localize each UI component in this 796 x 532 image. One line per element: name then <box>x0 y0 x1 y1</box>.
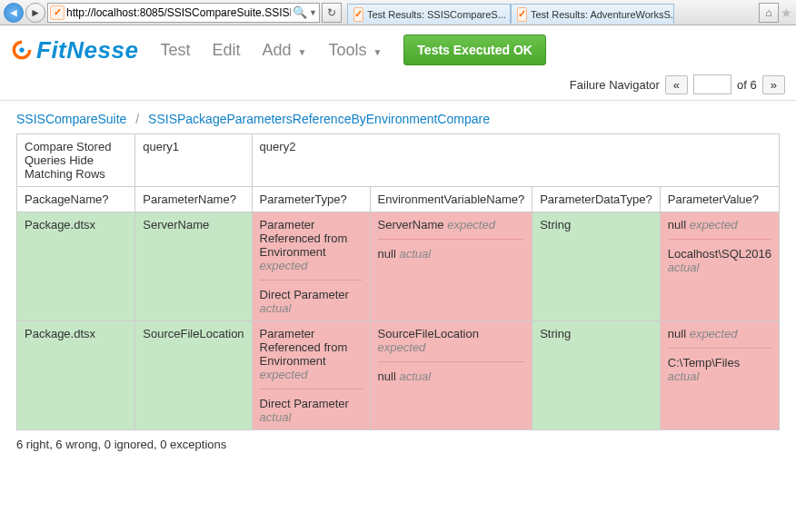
expected-value: null <box>668 327 686 340</box>
cell-data-type: String <box>532 321 661 430</box>
cell-parameter-value: null expected Localhost\SQL2016 actual <box>660 212 779 321</box>
actual-value: null <box>378 247 396 261</box>
diff-separator <box>668 348 771 349</box>
diff-separator <box>668 239 771 240</box>
cell-parameter-type: Parameter Referenced from Environment ex… <box>252 212 370 321</box>
back-button[interactable]: ◄ <box>4 3 24 23</box>
result-summary: 6 right, 6 wrong, 0 ignored, 0 exception… <box>0 434 796 460</box>
header-row: PackageName? ParameterName? ParameterTyp… <box>17 187 780 212</box>
diff-separator <box>260 280 363 281</box>
expected-value: null <box>668 218 686 232</box>
nav-edit[interactable]: Edit <box>212 41 240 60</box>
forward-button[interactable]: ► <box>25 3 45 23</box>
col-header: ParameterType? <box>252 187 370 212</box>
home-button[interactable]: ⌂ <box>759 3 779 23</box>
actual-value: null <box>378 369 396 383</box>
actual-hint: actual <box>399 247 431 261</box>
search-icon[interactable]: 🔍 <box>293 5 307 19</box>
failure-prev-button[interactable]: « <box>665 75 688 94</box>
nav-add-label: Add <box>262 41 291 59</box>
fitnesse-logo[interactable]: FitNesse <box>9 36 138 64</box>
diff-separator <box>378 239 525 240</box>
cell-env-var: ServerName expected null actual <box>370 212 532 321</box>
col-header: EnvironmentVariableName? <box>370 187 532 212</box>
diff-separator <box>378 361 525 362</box>
cell-parameter-value: null expected C:\Temp\Files actual <box>660 321 779 430</box>
actual-hint: actual <box>260 410 363 424</box>
breadcrumb-root-link[interactable]: SSISCompareSuite <box>16 112 126 126</box>
cell-parameter-name: SourceFileLocation <box>135 321 252 430</box>
nav-tools[interactable]: Tools ▼ <box>328 41 382 60</box>
fitnesse-toolbar: FitNesse Test Edit Add ▼ Tools ▼ Tests E… <box>0 25 796 71</box>
tab-favicon-icon: ✓ <box>353 7 363 22</box>
diff-separator <box>260 389 363 389</box>
failure-next-button[interactable]: » <box>762 75 785 94</box>
cell-env-var: SourceFileLocation expected null actual <box>370 321 532 430</box>
actual-value: Direct Parameter <box>260 288 363 301</box>
table-row: Package.dtsx ServerName Parameter Refere… <box>17 212 780 321</box>
expected-hint: expected <box>690 327 738 340</box>
meta-cell: query2 <box>252 134 779 187</box>
expected-value: ServerName <box>378 218 444 232</box>
meta-row: Compare Stored Queries Hide Matching Row… <box>17 134 780 187</box>
tab-strip: ✓ Test Results: SSISCompareS... ✕ ✓ Test… <box>347 1 753 24</box>
expected-value: SourceFileLocation <box>378 327 525 340</box>
tab-title: Test Results: AdventureWorksS... <box>531 9 674 20</box>
tests-executed-button[interactable]: Tests Executed OK <box>403 34 546 65</box>
actual-value: Direct Parameter <box>260 397 363 410</box>
expected-hint: expected <box>260 259 363 272</box>
comparison-table: Compare Stored Queries Hide Matching Row… <box>16 133 780 430</box>
refresh-button[interactable]: ↻ <box>322 3 342 23</box>
chevron-down-icon: ▼ <box>373 47 382 57</box>
tab-2[interactable]: ✓ Test Results: AdventureWorksS... <box>511 4 674 24</box>
browser-chrome: ◄ ► ✓ 🔍 ▼ ↻ ✓ Test Results: SSISCompareS… <box>0 0 796 25</box>
url-input[interactable] <box>66 5 291 21</box>
cell-package-name: Package.dtsx <box>17 321 135 430</box>
favorite-icon[interactable]: ★ <box>781 5 792 20</box>
failure-navigator-label: Failure Navigator <box>570 78 660 92</box>
breadcrumb: SSISCompareSuite / SSISPackageParameters… <box>0 101 796 133</box>
cell-package-name: Package.dtsx <box>17 212 135 321</box>
nav-tools-label: Tools <box>328 41 366 59</box>
expected-hint: expected <box>378 340 525 354</box>
tab-favicon-icon: ✓ <box>517 7 527 22</box>
failure-index-input[interactable] <box>693 74 731 94</box>
expected-value: Parameter Referenced from Environment <box>260 218 363 259</box>
cell-parameter-name: ServerName <box>135 212 252 321</box>
logo-swirl-icon <box>9 37 35 63</box>
failure-count-label: of 6 <box>737 78 757 92</box>
logo-text: FitNesse <box>36 36 138 64</box>
failure-navigator: Failure Navigator « of 6 » <box>0 71 796 101</box>
actual-value: Localhost\SQL2016 <box>668 247 771 261</box>
chrome-right: ⌂ ★ <box>759 3 792 23</box>
table-row: Package.dtsx SourceFileLocation Paramete… <box>17 321 780 430</box>
actual-hint: actual <box>399 369 431 383</box>
expected-hint: expected <box>260 368 363 381</box>
col-header: ParameterName? <box>135 187 252 212</box>
meta-cell: Compare Stored Queries Hide Matching Row… <box>17 134 135 187</box>
breadcrumb-page-link[interactable]: SSISPackageParametersReferenceByEnvironm… <box>148 112 490 126</box>
nav-add[interactable]: Add ▼ <box>262 41 306 60</box>
breadcrumb-separator: / <box>135 112 139 126</box>
expected-hint: expected <box>447 218 495 232</box>
tab-1[interactable]: ✓ Test Results: SSISCompareS... ✕ <box>347 4 511 24</box>
col-header: PackageName? <box>17 187 135 212</box>
col-header: ParameterDataType? <box>532 187 661 212</box>
svg-point-0 <box>19 47 24 52</box>
cell-parameter-type: Parameter Referenced from Environment ex… <box>252 321 370 430</box>
expected-hint: expected <box>690 218 738 232</box>
address-bar[interactable]: ✓ 🔍 ▼ <box>47 3 320 23</box>
chevron-down-icon: ▼ <box>297 47 306 57</box>
col-header: ParameterValue? <box>660 187 779 212</box>
favicon-icon: ✓ <box>50 5 65 20</box>
actual-hint: actual <box>668 261 771 274</box>
actual-hint: actual <box>260 301 363 315</box>
actual-value: C:\Temp\Files <box>668 356 771 369</box>
expected-value: Parameter Referenced from Environment <box>260 327 363 368</box>
tab-title: Test Results: SSISCompareS... <box>367 9 506 20</box>
actual-hint: actual <box>668 369 771 383</box>
dropdown-icon[interactable]: ▼ <box>309 8 317 17</box>
cell-data-type: String <box>532 212 661 321</box>
meta-cell: query1 <box>135 134 252 187</box>
nav-test[interactable]: Test <box>160 41 190 60</box>
